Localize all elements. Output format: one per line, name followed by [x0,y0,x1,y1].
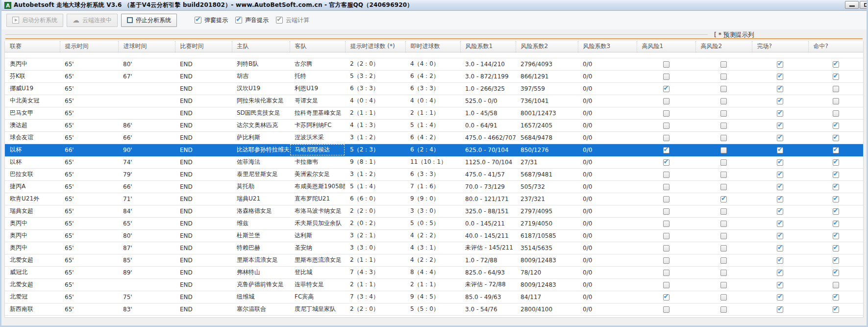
finished-checkbox[interactable] [777,123,783,129]
finished-checkbox[interactable] [777,74,783,80]
finished-checkbox[interactable] [777,98,783,104]
high-risk-2-checkbox[interactable] [720,184,727,190]
high-risk-2-checkbox[interactable] [720,233,727,239]
column-header-high-risk-2[interactable]: 高风险2 [695,41,752,52]
hit-checkbox[interactable] [833,135,839,141]
hit-checkbox[interactable] [833,123,839,129]
hit-checkbox[interactable] [833,282,839,288]
high-risk-1-checkbox[interactable] [663,159,670,166]
high-risk-1-checkbox[interactable] [663,233,670,239]
high-risk-2-checkbox[interactable] [720,110,727,117]
hit-checkbox[interactable] [833,74,839,80]
hit-checkbox[interactable] [833,61,839,68]
high-risk-2-checkbox[interactable] [720,257,727,264]
table-row[interactable]: 威冠北65'89'END弗林特山登比城7（4：3）8（4：4）825.0 - 6… [5,266,863,278]
column-header-live-goals[interactable]: 即时进球数 [405,41,460,52]
hit-checkbox[interactable] [833,196,839,202]
table-row[interactable]: 球会友谊65'66'END萨比利斯涅波沃米采3（1：2）6（4：2）475.0 … [5,131,863,144]
high-risk-2-checkbox[interactable] [720,172,727,178]
finished-checkbox[interactable] [777,245,783,252]
stop-analysis-button[interactable]: 停止分析系统 [121,14,177,27]
table-row[interactable]: 以杯66'90'END比达耶参孙特拉维夫马哈尼耶侯达5（2：3）6（2：4）62… [5,144,863,156]
table-row[interactable]: 捷丙A65'66'END莫托勒布咸美恩斯1905B队5（1：4）7（1：6）70… [5,180,863,193]
title-bar[interactable]: A Autobetsoft 走地大球分析系统 V3.6 （基于V4云分析引擎 b… [1,0,867,11]
high-risk-1-checkbox[interactable] [663,123,670,129]
table-row[interactable]: 瑞典女超65'84'END洛森格德女足布洛马波卡纳女足2（2：0）3（3：0）3… [5,205,863,217]
table-row[interactable]: 新西南联65'83'END塞尔温联合度尼丁城皇家队2（2：0）5（5：0）3.0… [5,303,863,315]
high-risk-1-checkbox[interactable] [663,208,670,215]
table-row[interactable]: 澳达超65'86'END达尔文奥林匹克卡苏阿利纳FC4（1：3）5（1：4）0.… [5,119,863,131]
popup-alert-checkbox[interactable] [195,17,201,24]
finished-checkbox[interactable] [777,233,783,239]
hit-checkbox[interactable] [833,233,839,239]
finished-checkbox[interactable] [777,135,783,141]
hit-checkbox[interactable] [833,294,839,301]
table-row[interactable]: 奥丙中65'80'END列特B队古尔腾2（2：0）4（4：0）3.0 - 144… [5,58,863,70]
finished-checkbox[interactable] [777,257,783,264]
finished-checkbox[interactable] [777,110,783,117]
column-header-goal-time[interactable]: 进球时间 [118,41,175,52]
high-risk-2-checkbox[interactable] [720,147,727,153]
finished-checkbox[interactable] [777,86,783,92]
high-risk-2-checkbox[interactable] [720,282,727,288]
hit-checkbox[interactable] [833,208,839,215]
finished-checkbox[interactable] [777,221,783,227]
table-row[interactable]: 北爱女超65'85'END里斯本流浪女足里斯布恩流浪女足2（1：1）4（2：2）… [5,254,863,266]
column-header-tip-time[interactable]: 提示时间 [60,41,118,52]
hit-checkbox[interactable] [833,172,839,178]
finished-checkbox[interactable] [777,306,783,313]
high-risk-2-checkbox[interactable] [720,208,727,215]
table-row[interactable]: 北爱女超65'END克鲁萨德前锋女足连菲特女足2（1：1）2（1：1）未评估 -… [5,278,863,291]
high-risk-1-checkbox[interactable] [663,74,670,80]
column-header-match-time[interactable]: 比赛时间 [175,41,232,52]
high-risk-1-checkbox[interactable] [663,221,670,227]
table-row[interactable]: 奥丙中65'65'END维兹禾夫斯贝加业余队2（0：2）5（0：5）0.0 - … [5,217,863,229]
column-header-risk-1[interactable]: 风险系数1 [460,41,516,52]
column-header-risk-3[interactable]: 风险系数3 [578,41,637,52]
column-header-tip-goals[interactable]: 提示时进球数 (*) [345,41,405,52]
high-risk-2-checkbox[interactable] [720,74,727,80]
finished-checkbox[interactable] [777,294,783,301]
high-risk-1-checkbox[interactable] [663,110,670,117]
sound-alert-checkbox[interactable] [235,17,242,24]
column-header-risk-2[interactable]: 风险系数2 [516,41,578,52]
table-row[interactable]: 芬K联65'67'END胡吉托特5（3：2）6（4：2）3.0 - 872/11… [5,70,863,82]
finished-checkbox[interactable] [777,282,783,288]
finished-checkbox[interactable] [777,172,783,178]
hit-checkbox[interactable] [833,184,839,190]
high-risk-1-checkbox[interactable] [663,184,670,190]
hit-checkbox[interactable] [833,98,839,104]
high-risk-2-checkbox[interactable] [720,123,727,129]
cloud-connecting-button[interactable]: ☁ 云端连接中 [67,14,118,27]
cloud-compute-checkbox[interactable] [276,17,283,24]
high-risk-1-checkbox[interactable] [663,257,670,264]
high-risk-1-checkbox[interactable] [663,98,670,104]
table-row[interactable]: 奥丙中65'87'END特赖巴赫圣安纳3（3：0）4（3：1）未评估 - 145… [5,242,863,254]
hit-checkbox[interactable] [833,221,839,227]
table-row[interactable]: 以杯65'74'END佐菲海法卡拉撒韦9（8：1）11（10：1）1125.0 … [5,156,863,168]
high-risk-1-checkbox[interactable] [663,306,670,313]
table-row[interactable]: 奥丙中65'80'END杜斯兰堡达利斯3（2：1）4（2：2）40.0 - 14… [5,229,863,242]
high-risk-2-checkbox[interactable] [720,270,727,276]
high-risk-2-checkbox[interactable] [720,306,727,313]
start-analysis-button[interactable]: 启动分析系统 [6,14,63,27]
table-row[interactable]: 中北美女冠65'END阿拉朱埃伦塞女足哥谭女足4（0：4）4（0：4）525.0… [5,95,863,107]
high-risk-1-checkbox[interactable] [663,294,670,301]
table-row[interactable]: 欧青U21外65'71'END瑞典U21直布罗陀U216（6：0）9（9：0）8… [5,193,863,205]
high-risk-1-checkbox[interactable] [663,61,670,68]
hit-checkbox[interactable] [833,110,839,117]
hit-checkbox[interactable] [833,270,839,276]
hit-checkbox[interactable] [833,245,839,252]
column-header-hit[interactable]: 命中? [808,41,863,52]
hit-checkbox[interactable] [833,147,839,153]
column-header-high-risk-1[interactable]: 高风险1 [637,41,695,52]
hit-checkbox[interactable] [833,306,839,313]
column-header-league[interactable]: 联赛 [5,41,60,52]
high-risk-2-checkbox[interactable] [720,86,727,92]
finished-checkbox[interactable] [777,159,783,166]
finished-checkbox[interactable] [777,61,783,68]
high-risk-1-checkbox[interactable] [663,147,670,153]
hit-checkbox[interactable] [833,159,839,166]
high-risk-1-checkbox[interactable] [663,86,670,92]
high-risk-2-checkbox[interactable] [720,245,727,252]
